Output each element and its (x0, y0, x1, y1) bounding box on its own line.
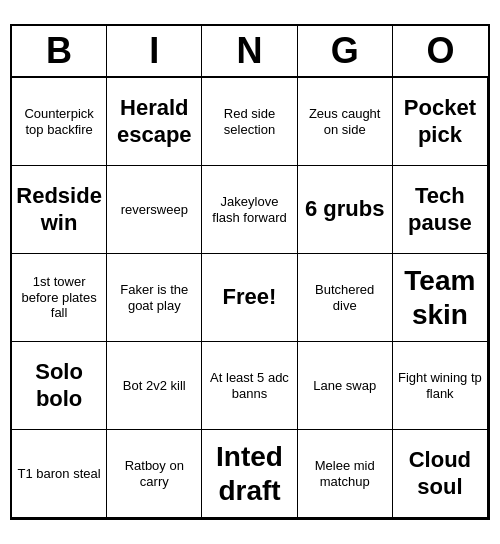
bingo-cell-22[interactable]: Inted draft (202, 430, 297, 518)
bingo-cell-17[interactable]: At least 5 adc banns (202, 342, 297, 430)
letter-o: O (393, 26, 488, 76)
bingo-cell-5[interactable]: Redside win (12, 166, 107, 254)
bingo-cell-2[interactable]: Red side selection (202, 78, 297, 166)
bingo-cell-12[interactable]: Free! (202, 254, 297, 342)
bingo-cell-18[interactable]: Lane swap (298, 342, 393, 430)
bingo-cell-14[interactable]: Team skin (393, 254, 488, 342)
bingo-header: B I N G O (12, 26, 488, 78)
bingo-cell-19[interactable]: Fight wining tp flank (393, 342, 488, 430)
bingo-cell-0[interactable]: Counterpick top backfire (12, 78, 107, 166)
bingo-cell-1[interactable]: Herald escape (107, 78, 202, 166)
bingo-card: B I N G O Counterpick top backfireHerald… (10, 24, 490, 520)
bingo-cell-11[interactable]: Faker is the goat play (107, 254, 202, 342)
bingo-cell-20[interactable]: T1 baron steal (12, 430, 107, 518)
bingo-cell-16[interactable]: Bot 2v2 kill (107, 342, 202, 430)
bingo-cell-7[interactable]: Jakeylove flash forward (202, 166, 297, 254)
bingo-cell-8[interactable]: 6 grubs (298, 166, 393, 254)
bingo-cell-24[interactable]: Cloud soul (393, 430, 488, 518)
bingo-cell-21[interactable]: Ratboy on carry (107, 430, 202, 518)
bingo-cell-23[interactable]: Melee mid matchup (298, 430, 393, 518)
bingo-cell-15[interactable]: Solo bolo (12, 342, 107, 430)
letter-i: I (107, 26, 202, 76)
bingo-cell-4[interactable]: Pocket pick (393, 78, 488, 166)
bingo-cell-6[interactable]: revers­weep (107, 166, 202, 254)
bingo-cell-3[interactable]: Zeus caught on side (298, 78, 393, 166)
bingo-cell-10[interactable]: 1st tower before plates fall (12, 254, 107, 342)
bingo-cell-13[interactable]: Butchered dive (298, 254, 393, 342)
letter-g: G (298, 26, 393, 76)
letter-n: N (202, 26, 297, 76)
letter-b: B (12, 26, 107, 76)
bingo-grid: Counterpick top backfireHerald escapeRed… (12, 78, 488, 518)
bingo-cell-9[interactable]: Tech pause (393, 166, 488, 254)
